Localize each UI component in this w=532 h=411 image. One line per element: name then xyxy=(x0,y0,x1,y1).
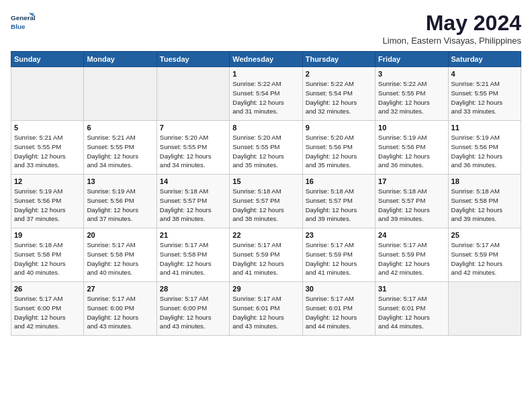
day-info: Sunrise: 5:17 AM Sunset: 5:59 PM Dayligh… xyxy=(232,240,299,277)
calendar-cell: 29Sunrise: 5:17 AM Sunset: 6:01 PM Dayli… xyxy=(230,282,302,336)
day-info: Sunrise: 5:18 AM Sunset: 5:58 PM Dayligh… xyxy=(451,187,518,224)
calendar-cell: 10Sunrise: 5:19 AM Sunset: 5:56 PM Dayli… xyxy=(375,121,448,175)
day-number: 16 xyxy=(306,177,372,185)
day-number: 21 xyxy=(160,231,226,239)
calendar-cell: 9Sunrise: 5:20 AM Sunset: 5:56 PM Daylig… xyxy=(302,121,375,175)
logo: General Blue xyxy=(11,11,35,35)
calendar-cell: 15Sunrise: 5:18 AM Sunset: 5:57 PM Dayli… xyxy=(230,175,302,228)
calendar-cell: 30Sunrise: 5:17 AM Sunset: 6:01 PM Dayli… xyxy=(302,282,375,336)
calendar-cell: 22Sunrise: 5:17 AM Sunset: 5:59 PM Dayli… xyxy=(230,228,302,282)
calendar-cell: 23Sunrise: 5:17 AM Sunset: 5:59 PM Dayli… xyxy=(302,228,375,282)
day-info: Sunrise: 5:18 AM Sunset: 5:57 PM Dayligh… xyxy=(306,187,372,224)
calendar-table: Sunday Monday Tuesday Wednesday Thursday… xyxy=(11,51,521,336)
header-tuesday: Tuesday xyxy=(157,52,229,67)
calendar-cell: 25Sunrise: 5:17 AM Sunset: 5:59 PM Dayli… xyxy=(448,228,521,282)
calendar-cell: 12Sunrise: 5:19 AM Sunset: 5:56 PM Dayli… xyxy=(11,175,84,228)
svg-text:General: General xyxy=(11,14,35,21)
header-thursday: Thursday xyxy=(302,52,375,67)
calendar-week-3: 19Sunrise: 5:18 AM Sunset: 5:58 PM Dayli… xyxy=(11,228,521,282)
calendar-cell: 3Sunrise: 5:22 AM Sunset: 5:55 PM Daylig… xyxy=(375,67,448,121)
calendar-cell: 19Sunrise: 5:18 AM Sunset: 5:58 PM Dayli… xyxy=(11,228,84,282)
month-title: May 2024 xyxy=(383,11,521,36)
header-saturday: Saturday xyxy=(448,52,521,67)
day-number: 11 xyxy=(451,124,518,132)
day-number: 30 xyxy=(306,285,372,293)
day-number: 28 xyxy=(160,285,226,293)
day-info: Sunrise: 5:20 AM Sunset: 5:55 PM Dayligh… xyxy=(160,133,226,170)
header-wednesday: Wednesday xyxy=(230,52,302,67)
calendar-cell: 18Sunrise: 5:18 AM Sunset: 5:58 PM Dayli… xyxy=(448,175,521,228)
day-number: 3 xyxy=(378,70,445,78)
day-number: 29 xyxy=(232,285,299,293)
day-info: Sunrise: 5:19 AM Sunset: 5:56 PM Dayligh… xyxy=(451,133,518,170)
day-info: Sunrise: 5:17 AM Sunset: 6:01 PM Dayligh… xyxy=(306,294,372,331)
calendar-cell: 28Sunrise: 5:17 AM Sunset: 6:00 PM Dayli… xyxy=(157,282,229,336)
day-number: 23 xyxy=(306,231,372,239)
calendar-cell: 13Sunrise: 5:19 AM Sunset: 5:56 PM Dayli… xyxy=(84,175,157,228)
day-info: Sunrise: 5:17 AM Sunset: 5:58 PM Dayligh… xyxy=(160,240,226,277)
day-info: Sunrise: 5:20 AM Sunset: 5:56 PM Dayligh… xyxy=(306,133,372,170)
day-info: Sunrise: 5:22 AM Sunset: 5:54 PM Dayligh… xyxy=(306,79,372,116)
calendar-week-2: 12Sunrise: 5:19 AM Sunset: 5:56 PM Dayli… xyxy=(11,175,521,228)
day-number: 5 xyxy=(14,124,81,132)
day-number: 25 xyxy=(451,231,518,239)
day-info: Sunrise: 5:22 AM Sunset: 5:55 PM Dayligh… xyxy=(378,79,445,116)
day-number: 26 xyxy=(14,285,81,293)
header-sunday: Sunday xyxy=(11,52,84,67)
day-info: Sunrise: 5:17 AM Sunset: 5:59 PM Dayligh… xyxy=(306,240,372,277)
calendar-header: Sunday Monday Tuesday Wednesday Thursday… xyxy=(11,52,521,67)
calendar-cell: 27Sunrise: 5:17 AM Sunset: 6:00 PM Dayli… xyxy=(84,282,157,336)
day-number: 4 xyxy=(451,70,518,78)
day-number: 6 xyxy=(87,124,153,132)
logo-icon: General Blue xyxy=(11,11,35,35)
day-number: 15 xyxy=(232,177,299,185)
day-info: Sunrise: 5:20 AM Sunset: 5:55 PM Dayligh… xyxy=(232,133,299,170)
title-area: May 2024 Limon, Eastern Visayas, Philipp… xyxy=(383,11,521,46)
day-number: 2 xyxy=(306,70,372,78)
calendar-cell: 4Sunrise: 5:21 AM Sunset: 5:55 PM Daylig… xyxy=(448,67,521,121)
day-info: Sunrise: 5:17 AM Sunset: 5:58 PM Dayligh… xyxy=(87,240,153,277)
calendar-cell: 16Sunrise: 5:18 AM Sunset: 5:57 PM Dayli… xyxy=(302,175,375,228)
day-info: Sunrise: 5:21 AM Sunset: 5:55 PM Dayligh… xyxy=(451,79,518,116)
day-info: Sunrise: 5:18 AM Sunset: 5:57 PM Dayligh… xyxy=(378,187,445,224)
calendar-week-0: 1Sunrise: 5:22 AM Sunset: 5:54 PM Daylig… xyxy=(11,67,521,121)
day-number: 18 xyxy=(451,177,518,185)
calendar-cell xyxy=(11,67,84,121)
calendar-cell: 17Sunrise: 5:18 AM Sunset: 5:57 PM Dayli… xyxy=(375,175,448,228)
day-info: Sunrise: 5:21 AM Sunset: 5:55 PM Dayligh… xyxy=(14,133,81,170)
calendar-cell: 6Sunrise: 5:21 AM Sunset: 5:55 PM Daylig… xyxy=(84,121,157,175)
calendar-cell: 20Sunrise: 5:17 AM Sunset: 5:58 PM Dayli… xyxy=(84,228,157,282)
day-number: 17 xyxy=(378,177,445,185)
svg-text:Blue: Blue xyxy=(11,23,26,30)
day-number: 7 xyxy=(160,124,226,132)
day-number: 24 xyxy=(378,231,445,239)
day-info: Sunrise: 5:17 AM Sunset: 6:00 PM Dayligh… xyxy=(160,294,226,331)
day-number: 12 xyxy=(14,177,81,185)
calendar-cell: 5Sunrise: 5:21 AM Sunset: 5:55 PM Daylig… xyxy=(11,121,84,175)
calendar-cell: 7Sunrise: 5:20 AM Sunset: 5:55 PM Daylig… xyxy=(157,121,229,175)
day-number: 14 xyxy=(160,177,226,185)
calendar-cell: 2Sunrise: 5:22 AM Sunset: 5:54 PM Daylig… xyxy=(302,67,375,121)
calendar-week-1: 5Sunrise: 5:21 AM Sunset: 5:55 PM Daylig… xyxy=(11,121,521,175)
header-friday: Friday xyxy=(375,52,448,67)
calendar-cell: 26Sunrise: 5:17 AM Sunset: 6:00 PM Dayli… xyxy=(11,282,84,336)
calendar-cell xyxy=(448,282,521,336)
day-info: Sunrise: 5:17 AM Sunset: 6:01 PM Dayligh… xyxy=(232,294,299,331)
day-info: Sunrise: 5:17 AM Sunset: 6:00 PM Dayligh… xyxy=(14,294,81,331)
day-info: Sunrise: 5:17 AM Sunset: 5:59 PM Dayligh… xyxy=(378,240,445,277)
calendar-cell: 21Sunrise: 5:17 AM Sunset: 5:58 PM Dayli… xyxy=(157,228,229,282)
day-info: Sunrise: 5:22 AM Sunset: 5:54 PM Dayligh… xyxy=(232,79,299,116)
calendar-body: 1Sunrise: 5:22 AM Sunset: 5:54 PM Daylig… xyxy=(11,67,521,336)
day-info: Sunrise: 5:18 AM Sunset: 5:57 PM Dayligh… xyxy=(160,187,226,224)
day-info: Sunrise: 5:19 AM Sunset: 5:56 PM Dayligh… xyxy=(87,187,153,224)
day-number: 31 xyxy=(378,285,445,293)
calendar-cell: 11Sunrise: 5:19 AM Sunset: 5:56 PM Dayli… xyxy=(448,121,521,175)
header-row: Sunday Monday Tuesday Wednesday Thursday… xyxy=(11,52,521,67)
day-info: Sunrise: 5:17 AM Sunset: 6:00 PM Dayligh… xyxy=(87,294,153,331)
day-number: 10 xyxy=(378,124,445,132)
calendar-cell: 24Sunrise: 5:17 AM Sunset: 5:59 PM Dayli… xyxy=(375,228,448,282)
day-number: 20 xyxy=(87,231,153,239)
day-info: Sunrise: 5:19 AM Sunset: 5:56 PM Dayligh… xyxy=(378,133,445,170)
calendar-cell xyxy=(84,67,157,121)
calendar-week-4: 26Sunrise: 5:17 AM Sunset: 6:00 PM Dayli… xyxy=(11,282,521,336)
